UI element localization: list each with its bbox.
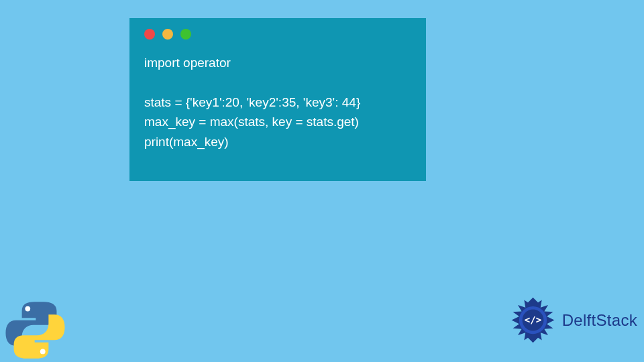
code-window: import operator stats = {'key1':20, 'key… bbox=[129, 18, 426, 181]
code-line: max_key = max(stats, key = stats.get) bbox=[144, 115, 359, 129]
delftstack-logo: </> DelftStack bbox=[508, 295, 637, 345]
code-line: import operator bbox=[144, 56, 231, 70]
delftstack-emblem-icon: </> bbox=[508, 295, 558, 345]
maximize-icon bbox=[180, 29, 191, 40]
code-block: import operator stats = {'key1':20, 'key… bbox=[144, 53, 411, 152]
minimize-icon bbox=[162, 29, 173, 40]
svg-point-0 bbox=[25, 306, 30, 312]
close-icon bbox=[144, 29, 155, 40]
svg-text:</>: </> bbox=[524, 314, 541, 325]
svg-point-1 bbox=[40, 349, 46, 355]
window-controls bbox=[144, 29, 411, 40]
code-line: stats = {'key1':20, 'key2':35, 'key3': 4… bbox=[144, 95, 360, 109]
brand-name: DelftStack bbox=[562, 311, 637, 330]
code-line: print(max_key) bbox=[144, 135, 229, 149]
python-logo-icon bbox=[3, 298, 67, 362]
